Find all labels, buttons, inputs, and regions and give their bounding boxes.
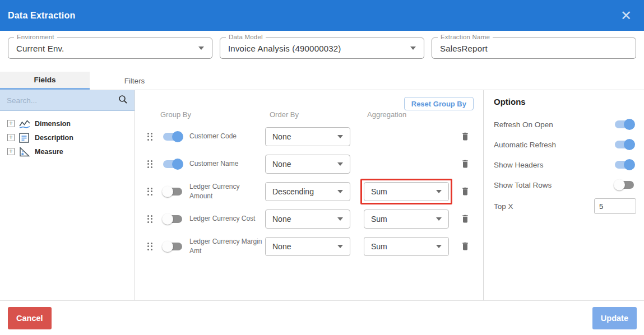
line-chart-icon	[19, 119, 30, 129]
search-input[interactable]	[7, 96, 114, 105]
fields-sidebar: + Dimension + Description +	[0, 90, 135, 300]
tab-bar: Fields Filters	[0, 72, 644, 90]
data-model-select[interactable]: Data Model Invoice Analysis (490000032)	[220, 38, 424, 59]
trash-icon[interactable]	[461, 241, 470, 252]
close-icon[interactable]: ✕	[617, 8, 635, 24]
chevron-down-icon	[436, 190, 442, 193]
option-refresh-on-open: Refresh On Open	[494, 114, 636, 134]
plus-expand-icon[interactable]: +	[7, 148, 15, 155]
group-by-toggle[interactable]	[163, 160, 182, 168]
trash-icon[interactable]	[461, 131, 470, 142]
option-show-headers: Show Headers	[494, 155, 636, 175]
option-automatic-refresh: Automatic Refresh	[494, 134, 636, 155]
aggregation-highlight-box: Sum	[360, 179, 452, 204]
field-row-customer-name: Customer Name None	[135, 150, 483, 178]
group-by-toggle[interactable]	[163, 133, 182, 141]
show-total-rows-toggle[interactable]	[615, 181, 634, 189]
chevron-down-icon	[337, 217, 343, 221]
aggregation-select[interactable]: Sum	[364, 237, 449, 256]
plus-expand-icon[interactable]: +	[7, 120, 15, 127]
trash-icon[interactable]	[461, 186, 470, 197]
tab-fields[interactable]: Fields	[0, 72, 90, 90]
chevron-down-icon	[436, 245, 442, 248]
column-header-group-by: Group By	[160, 110, 191, 119]
top-form-row: Environment Current Env. Data Model Invo…	[0, 38, 644, 59]
field-label: Ledger Currency Amount	[189, 182, 262, 200]
data-model-value: Invoice Analysis (490000032)	[228, 44, 341, 53]
search-icon[interactable]	[118, 95, 128, 106]
option-show-total-rows: Show Total Rows	[494, 175, 636, 195]
field-label: Customer Name	[189, 159, 262, 168]
chevron-down-icon	[410, 46, 416, 50]
dialog-titlebar: Data Extraction ✕	[0, 0, 644, 31]
refresh-on-open-toggle[interactable]	[615, 120, 634, 128]
plus-expand-icon[interactable]: +	[7, 134, 15, 141]
tree-item-description[interactable]: + Description	[7, 131, 135, 145]
column-header-order-by: Order By	[270, 110, 299, 119]
group-by-toggle[interactable]	[163, 188, 182, 196]
environment-select[interactable]: Environment Current Env.	[8, 38, 212, 59]
set-square-icon	[19, 147, 30, 157]
group-by-toggle[interactable]	[163, 243, 182, 250]
drag-handle-icon[interactable]	[147, 133, 157, 141]
tab-filters[interactable]: Filters	[90, 72, 179, 90]
option-top-x: Top X	[494, 195, 636, 217]
extraction-name-field[interactable]: Extraction Name SalesReport	[432, 38, 636, 59]
search-bar	[0, 90, 135, 111]
order-by-select[interactable]: None	[265, 237, 350, 256]
drag-handle-icon[interactable]	[147, 243, 157, 250]
order-by-select[interactable]: None	[265, 210, 350, 229]
chevron-down-icon	[337, 245, 343, 248]
tree-item-dimension[interactable]: + Dimension	[7, 117, 135, 131]
drag-handle-icon[interactable]	[147, 188, 157, 196]
dialog-title: Data Extraction	[8, 11, 75, 21]
data-model-label: Data Model	[226, 34, 266, 40]
field-label: Ledger Currency Cost	[189, 214, 262, 223]
chevron-down-icon	[436, 217, 442, 221]
top-x-input[interactable]	[594, 198, 636, 214]
column-headers: Group By Order By Aggregation	[135, 110, 483, 123]
options-panel: Options Refresh On Open Automatic Refres…	[484, 90, 644, 300]
field-row-ledger-currency-margin-amt: Ledger Currency Margin Amt None Sum	[135, 232, 483, 260]
reset-group-by-button[interactable]: Reset Group By	[404, 97, 474, 110]
chevron-down-icon	[198, 46, 204, 50]
chevron-down-icon	[337, 190, 343, 193]
aggregation-select[interactable]: Sum	[364, 182, 449, 201]
document-lines-icon	[19, 133, 30, 143]
chevron-down-icon	[337, 135, 343, 138]
trash-icon[interactable]	[461, 213, 470, 224]
show-headers-toggle[interactable]	[615, 161, 634, 169]
tree-item-label: Description	[35, 134, 73, 142]
dialog-body: + Dimension + Description +	[0, 90, 644, 300]
field-label: Ledger Currency Margin Amt	[189, 237, 262, 255]
order-by-select[interactable]: None	[265, 127, 350, 146]
update-button[interactable]: Update	[592, 307, 637, 329]
drag-handle-icon[interactable]	[147, 215, 157, 223]
extraction-name-value: SalesReport	[440, 44, 488, 53]
group-by-toggle[interactable]	[163, 215, 182, 223]
tree-item-label: Dimension	[35, 120, 71, 128]
field-row-ledger-currency-cost: Ledger Currency Cost None Sum	[135, 205, 483, 232]
automatic-refresh-toggle[interactable]	[615, 141, 634, 148]
drag-handle-icon[interactable]	[147, 160, 157, 168]
aggregation-select[interactable]: Sum	[364, 210, 449, 229]
field-label: Customer Code	[189, 132, 262, 141]
column-header-aggregation: Aggregation	[367, 110, 406, 119]
field-row-ledger-currency-amount: Ledger Currency Amount Descending Sum	[135, 178, 483, 205]
environment-value: Current Env.	[16, 44, 64, 53]
reset-row: Reset Group By	[135, 90, 483, 110]
group-by-panel: Reset Group By Group By Order By Aggrega…	[135, 90, 484, 300]
order-by-select[interactable]: Descending	[265, 182, 350, 201]
cancel-button[interactable]: Cancel	[8, 307, 52, 329]
tree-item-measure[interactable]: + Measure	[7, 145, 135, 159]
dialog-footer: Cancel Update	[0, 300, 644, 335]
data-extraction-dialog: Data Extraction ✕ Environment Current En…	[0, 0, 644, 335]
options-title: Options	[494, 97, 636, 106]
order-by-select[interactable]: None	[265, 155, 350, 174]
chevron-down-icon	[337, 162, 343, 166]
trash-icon[interactable]	[461, 159, 470, 169]
field-tree: + Dimension + Description +	[0, 111, 135, 159]
tree-item-label: Measure	[35, 148, 63, 156]
field-row-customer-code: Customer Code None	[135, 123, 483, 150]
extraction-name-label: Extraction Name	[438, 34, 493, 40]
